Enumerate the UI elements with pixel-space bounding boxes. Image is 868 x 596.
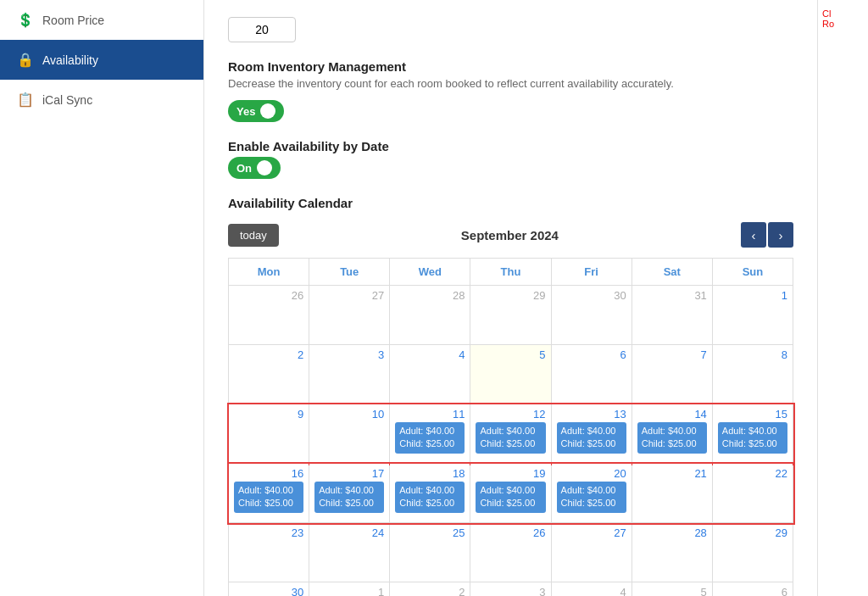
price-tag[interactable]: Adult: $40.00Child: $25.00 bbox=[718, 422, 787, 454]
calendar-day[interactable]: 11Adult: $40.00Child: $25.00 bbox=[390, 404, 470, 464]
inventory-toggle[interactable]: Yes bbox=[228, 100, 284, 122]
calendar-day[interactable]: 4 bbox=[551, 582, 632, 597]
calendar-day[interactable]: 7 bbox=[632, 345, 712, 404]
day-number: 2 bbox=[234, 348, 303, 361]
day-header-tue: Tue bbox=[309, 259, 390, 286]
price-tag[interactable]: Adult: $40.00Child: $25.00 bbox=[637, 422, 707, 454]
calendar-day[interactable]: 9 bbox=[229, 404, 309, 464]
calendar-day[interactable]: 30 bbox=[229, 582, 309, 597]
calendar-day[interactable]: 24 bbox=[309, 523, 390, 582]
calendar-day[interactable]: 19Adult: $40.00Child: $25.00 bbox=[470, 464, 551, 523]
calendar-day[interactable]: 10 bbox=[309, 404, 390, 464]
day-number: 25 bbox=[395, 526, 465, 539]
calendar-day[interactable]: 6 bbox=[551, 345, 632, 404]
calendar-day[interactable]: 2 bbox=[390, 582, 470, 597]
calendar-day[interactable]: 26 bbox=[470, 523, 551, 582]
day-number: 11 bbox=[395, 408, 465, 421]
calendar-day[interactable]: 3 bbox=[470, 582, 551, 597]
sidebar-item-ical-sync[interactable]: 📋 iCal Sync bbox=[0, 80, 203, 120]
price-tag[interactable]: Adult: $40.00Child: $25.00 bbox=[557, 422, 626, 454]
calendar-day[interactable]: 17Adult: $40.00Child: $25.00 bbox=[309, 464, 390, 523]
price-tag[interactable]: Adult: $40.00Child: $25.00 bbox=[234, 482, 303, 513]
calendar-day[interactable]: 26 bbox=[229, 286, 309, 345]
calendar-day[interactable]: 27 bbox=[551, 523, 632, 582]
calendar-day[interactable]: 27 bbox=[309, 286, 390, 345]
price-tag[interactable]: Adult: $40.00Child: $25.00 bbox=[476, 482, 545, 513]
today-button[interactable]: today bbox=[228, 224, 279, 247]
day-number: 14 bbox=[637, 408, 707, 421]
calendar-day[interactable]: 20Adult: $40.00Child: $25.00 bbox=[551, 464, 632, 523]
right-panel-link[interactable]: Ro bbox=[822, 19, 864, 29]
calendar-day[interactable]: 13Adult: $40.00Child: $25.00 bbox=[551, 404, 632, 464]
calendar-day[interactable]: 29 bbox=[712, 523, 793, 582]
toggle-label: On bbox=[236, 162, 252, 175]
calendar-day[interactable]: 1 bbox=[712, 286, 793, 345]
calendar-day[interactable]: 3 bbox=[309, 345, 390, 404]
price-tag[interactable]: Adult: $40.00Child: $25.00 bbox=[557, 482, 626, 513]
availability-date-toggle-row: On bbox=[228, 157, 793, 179]
day-number: 9 bbox=[234, 408, 303, 421]
toggle-circle bbox=[257, 160, 272, 175]
next-month-button[interactable]: › bbox=[768, 222, 793, 248]
day-number: 1 bbox=[718, 289, 787, 302]
calendar-day[interactable]: 12Adult: $40.00Child: $25.00 bbox=[470, 404, 551, 464]
calendar-day[interactable]: 31 bbox=[632, 286, 712, 345]
calendar-day[interactable]: 18Adult: $40.00Child: $25.00 bbox=[390, 464, 470, 523]
main-content: 20 Room Inventory Management Decrease th… bbox=[204, 0, 817, 596]
calendar-day[interactable]: 23 bbox=[229, 523, 309, 582]
day-number: 1 bbox=[314, 586, 384, 596]
prev-month-button[interactable]: ‹ bbox=[741, 222, 766, 248]
calendar-day[interactable]: 22 bbox=[712, 464, 793, 523]
calendar-day[interactable]: 6 bbox=[712, 582, 793, 597]
calendar-day[interactable]: 16Adult: $40.00Child: $25.00 bbox=[229, 464, 309, 523]
calendar-day[interactable]: 8 bbox=[712, 345, 793, 404]
day-number: 5 bbox=[637, 586, 707, 596]
inventory-desc: Decrease the inventory count for each ro… bbox=[228, 77, 793, 90]
price-tag[interactable]: Adult: $40.00Child: $25.00 bbox=[395, 422, 465, 454]
sidebar-item-label: Room Price bbox=[42, 14, 104, 27]
price-tag[interactable]: Adult: $40.00Child: $25.00 bbox=[314, 482, 384, 513]
availability-icon: 🔒 bbox=[17, 52, 34, 68]
calendar-day[interactable]: 28 bbox=[632, 523, 712, 582]
day-number: 10 bbox=[314, 408, 384, 421]
calendar-day[interactable]: 29 bbox=[470, 286, 551, 345]
day-number: 28 bbox=[637, 526, 707, 539]
day-number: 4 bbox=[557, 586, 626, 596]
day-number: 28 bbox=[395, 289, 465, 302]
calendar-day[interactable]: 25 bbox=[390, 523, 470, 582]
day-number: 15 bbox=[718, 408, 787, 421]
sidebar-item-availability[interactable]: 🔒 Availability bbox=[0, 40, 203, 80]
availability-date-toggle[interactable]: On bbox=[228, 157, 281, 179]
room-price-icon: 💲 bbox=[17, 12, 34, 28]
availability-date-title: Enable Availability by Date bbox=[228, 139, 793, 153]
calendar-section: Availability Calendar today September 20… bbox=[228, 196, 793, 596]
number-input[interactable]: 20 bbox=[228, 17, 296, 42]
calendar-day[interactable]: 14Adult: $40.00Child: $25.00 bbox=[632, 404, 712, 464]
price-tag[interactable]: Adult: $40.00Child: $25.00 bbox=[395, 482, 465, 513]
calendar-day[interactable]: 4 bbox=[390, 345, 470, 404]
calendar-day[interactable]: 30 bbox=[551, 286, 632, 345]
calendar-day[interactable]: 15Adult: $40.00Child: $25.00 bbox=[712, 404, 793, 464]
calendar-day[interactable]: 5 bbox=[470, 345, 551, 404]
calendar-day[interactable]: 2 bbox=[229, 345, 309, 404]
calendar-day[interactable]: 1 bbox=[309, 582, 390, 597]
week-row-4: 23242526272829 bbox=[229, 523, 793, 582]
calendar-day[interactable]: 28 bbox=[390, 286, 470, 345]
calendar-day[interactable]: 5 bbox=[632, 582, 712, 597]
day-number: 3 bbox=[314, 348, 384, 361]
price-tag[interactable]: Adult: $40.00Child: $25.00 bbox=[476, 422, 545, 454]
day-header-sun: Sun bbox=[712, 259, 793, 286]
calendar-nav: today September 2024 ‹ › bbox=[228, 222, 793, 248]
sidebar-item-room-price[interactable]: 💲 Room Price bbox=[0, 0, 203, 40]
sidebar-item-label: Availability bbox=[42, 53, 98, 67]
day-number: 21 bbox=[637, 467, 707, 480]
availability-date-section: Enable Availability by Date On bbox=[228, 139, 793, 179]
day-header-sat: Sat bbox=[632, 259, 712, 286]
day-number: 30 bbox=[557, 289, 626, 302]
calendar-day[interactable]: 21 bbox=[632, 464, 712, 523]
day-number: 6 bbox=[718, 586, 787, 596]
day-number: 23 bbox=[234, 526, 303, 539]
day-number: 29 bbox=[718, 526, 787, 539]
day-number: 30 bbox=[234, 586, 303, 596]
day-number: 31 bbox=[637, 289, 707, 302]
